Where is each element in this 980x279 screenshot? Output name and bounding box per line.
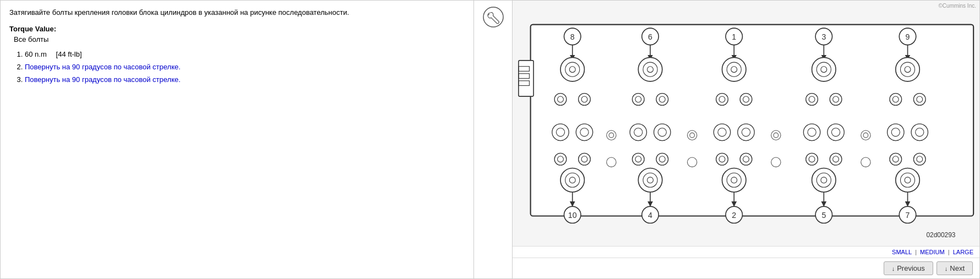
svg-point-42 — [635, 96, 641, 102]
size-large[interactable]: LARGE — [953, 249, 973, 255]
step1-value: 60 n.m — [25, 48, 47, 61]
step-3: Повернуть на 90 градусов по часовой стре… — [25, 73, 465, 86]
svg-text:8: 8 — [570, 32, 575, 41]
svg-point-111 — [569, 177, 575, 183]
svg-point-50 — [809, 96, 815, 102]
step-1: 60 n.m [44 ft-lb] — [25, 48, 465, 61]
svg-text:10: 10 — [568, 211, 577, 220]
svg-point-40 — [581, 96, 587, 102]
svg-point-103 — [833, 156, 839, 162]
svg-point-86 — [558, 156, 564, 162]
svg-point-68 — [742, 128, 750, 136]
text-panel: Затягивайте болты крепления головки блок… — [1, 1, 474, 278]
svg-point-84 — [863, 133, 868, 138]
next-label: Next — [950, 264, 965, 272]
svg-point-62 — [634, 128, 643, 136]
size-medium[interactable]: MEDIUM — [920, 249, 945, 255]
previous-label: Previous — [897, 264, 925, 272]
previous-button[interactable]: ↓ Previous — [884, 261, 933, 275]
svg-point-60 — [580, 128, 589, 136]
svg-point-106 — [892, 156, 899, 162]
svg-point-89 — [607, 157, 616, 167]
svg-point-70 — [808, 128, 816, 136]
svg-point-48 — [743, 96, 749, 102]
svg-point-66 — [718, 128, 726, 136]
svg-point-72 — [831, 128, 840, 136]
svg-text:1: 1 — [732, 32, 736, 41]
svg-point-117 — [731, 177, 737, 183]
svg-point-96 — [719, 156, 725, 162]
instruction-text: Затягивайте болты крепления головки блок… — [9, 7, 465, 18]
svg-point-27 — [647, 67, 654, 73]
svg-point-30 — [731, 67, 737, 73]
image-size-bar: SMALL | MEDIUM | LARGE — [513, 247, 979, 258]
svg-point-101 — [809, 156, 815, 162]
steps-list: 60 n.m [44 ft-lb] Повернуть на 90 градус… — [25, 48, 465, 86]
svg-point-56 — [917, 96, 923, 102]
separator-2: | — [948, 249, 950, 255]
svg-text:2: 2 — [732, 211, 736, 220]
svg-point-44 — [659, 96, 665, 102]
svg-point-108 — [917, 156, 923, 162]
svg-point-88 — [581, 156, 587, 162]
torque-sublabel: Все болты — [14, 35, 465, 43]
svg-point-99 — [771, 157, 781, 167]
svg-text:02d00293: 02d00293 — [926, 231, 955, 239]
svg-text:5: 5 — [821, 211, 826, 220]
step3-text: Повернуть на 90 градусов по часовой стре… — [25, 75, 181, 84]
svg-point-104 — [861, 157, 870, 167]
nav-bar: ↓ Previous ↓ Next — [513, 258, 979, 278]
svg-text:7: 7 — [906, 211, 910, 220]
svg-text:9: 9 — [906, 32, 910, 41]
svg-point-52 — [833, 96, 839, 102]
svg-point-123 — [905, 177, 911, 183]
svg-point-36 — [905, 67, 911, 73]
torque-label: Torque Value: — [9, 25, 465, 33]
svg-text:6: 6 — [648, 32, 652, 41]
svg-point-98 — [743, 156, 749, 162]
svg-point-78 — [609, 133, 614, 138]
svg-point-114 — [647, 177, 654, 183]
separator-1: | — [915, 249, 917, 255]
svg-point-54 — [892, 96, 899, 102]
svg-point-46 — [719, 96, 725, 102]
main-container: Затягивайте болты крепления головки блок… — [0, 0, 980, 279]
size-small[interactable]: SMALL — [892, 249, 912, 255]
svg-point-93 — [659, 156, 665, 162]
svg-point-94 — [687, 157, 696, 167]
step1-unit: [44 ft-lb] — [50, 48, 82, 61]
next-button[interactable]: ↓ Next — [937, 261, 973, 275]
image-panel: ©Cummins Inc. 8 6 1 — [513, 1, 979, 278]
svg-point-120 — [821, 177, 827, 183]
icon-panel — [474, 1, 513, 278]
svg-point-91 — [635, 156, 641, 162]
svg-point-58 — [556, 128, 564, 136]
copyright-text: ©Cummins Inc. — [939, 3, 977, 9]
wrench-icon — [482, 6, 504, 28]
engine-diagram-area: ©Cummins Inc. 8 6 1 — [513, 1, 979, 247]
svg-point-76 — [916, 128, 924, 136]
svg-point-24 — [569, 67, 575, 73]
next-arrow-icon: ↓ — [945, 265, 948, 272]
svg-point-33 — [821, 67, 827, 73]
svg-point-64 — [658, 128, 666, 136]
previous-arrow-icon: ↓ — [892, 265, 895, 272]
svg-text:3: 3 — [821, 32, 826, 41]
engine-svg: 8 6 1 3 9 — [513, 1, 979, 246]
svg-point-80 — [690, 133, 695, 138]
step2-text: Повернуть на 90 градусов по часовой стре… — [25, 63, 181, 71]
svg-point-0 — [483, 7, 503, 27]
svg-point-38 — [558, 96, 564, 102]
step-2: Повернуть на 90 градусов по часовой стре… — [25, 61, 465, 73]
svg-point-74 — [891, 128, 900, 136]
svg-text:4: 4 — [648, 211, 652, 220]
svg-point-82 — [774, 133, 778, 138]
